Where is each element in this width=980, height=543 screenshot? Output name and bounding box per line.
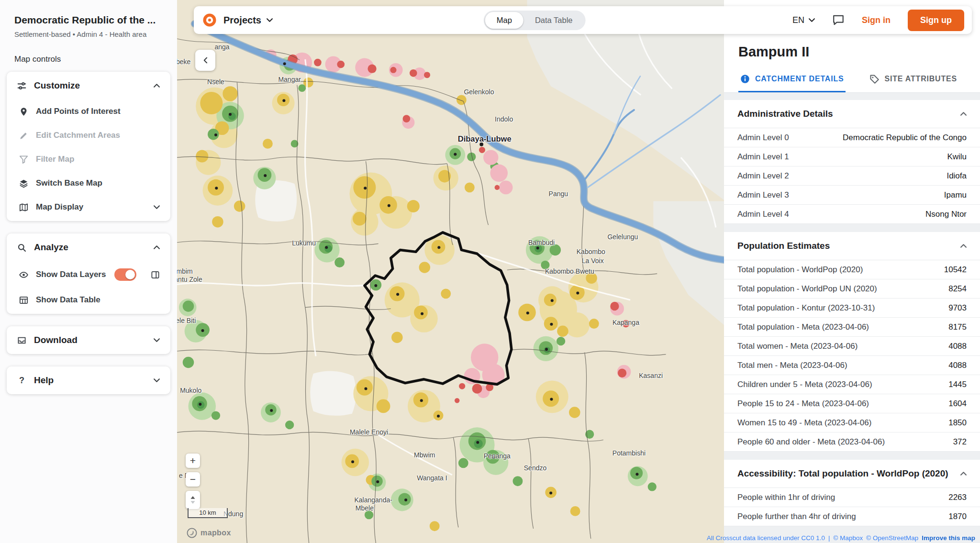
item-label: Edit Catchment Areas	[36, 131, 120, 140]
detail-key: Admin Level 4	[737, 210, 789, 219]
projects-menu[interactable]: Projects	[223, 15, 273, 26]
detail-row: Women 15 to 49 - Meta (2023-04-06) 1850	[724, 413, 980, 432]
chevron-down-icon	[154, 338, 160, 342]
download-icon	[17, 336, 26, 345]
sidebar-item-map-display[interactable]: Map Display	[7, 195, 170, 219]
sign-up-button[interactable]: Sign up	[908, 10, 964, 31]
mapbox-attribution-link[interactable]: © Mapbox	[833, 534, 863, 542]
info-icon	[740, 74, 750, 84]
download-card: Download	[7, 326, 170, 354]
tag-icon	[869, 74, 879, 84]
detail-value: 9703	[948, 303, 967, 313]
detail-key: People within 1hr of driving	[737, 493, 835, 502]
detail-value: 372	[953, 437, 967, 447]
detail-row: Admin Level 3 Ipamu	[724, 186, 980, 205]
mapbox-icon	[187, 528, 197, 538]
detail-value: 8254	[948, 284, 967, 294]
tab-label: SITE ATTRIBUTES	[884, 75, 957, 83]
administrative-details-header[interactable]: Administrative Details	[724, 100, 980, 128]
sidebar-item-show-data-layers[interactable]: Show Data Layers	[7, 261, 170, 288]
project-title: Democratic Republic of the ...	[0, 0, 177, 26]
detail-row: Admin Level 1 Kwilu	[724, 147, 980, 166]
detail-key: Admin Level 0	[737, 133, 789, 143]
detail-key: Total men - Meta (2023-04-06)	[737, 361, 847, 370]
item-label: Switch Base Map	[36, 178, 102, 188]
tab-label: CATCHMENT DETAILS	[755, 75, 844, 83]
help-header[interactable]: ? Help	[7, 366, 170, 394]
language-label: EN	[792, 15, 804, 25]
chevron-up-icon	[960, 244, 967, 248]
data-layers-toggle[interactable]	[114, 268, 136, 281]
customize-title: Customize	[34, 80, 80, 91]
detail-value: 2263	[948, 493, 967, 502]
analyze-header[interactable]: Analyze	[7, 233, 170, 261]
administrative-details-rows: Admin Level 0 Democratic Republic of the…	[724, 128, 980, 224]
detail-row: Children under 5 - Meta (2023-04-06) 144…	[724, 375, 980, 394]
chevron-down-icon	[809, 18, 815, 22]
section-administrative-details: Administrative Details Admin Level 0 Dem…	[724, 100, 980, 224]
mapbox-wordmark: mapbox	[200, 529, 231, 537]
sign-in-button[interactable]: Sign in	[862, 15, 891, 25]
detail-key: Total women - Meta (2023-04-06)	[737, 342, 858, 351]
language-selector[interactable]: EN	[792, 15, 815, 25]
detail-key: People 60 and older - Meta (2023-04-06)	[737, 437, 885, 447]
analyze-title: Analyze	[34, 242, 68, 253]
detail-key: People 15 to 24 - Meta (2023-04-06)	[737, 399, 869, 409]
view-toggle: Map Data Table	[484, 11, 586, 30]
sidebar-item-switch-base-map[interactable]: Switch Base Map	[7, 171, 170, 195]
detail-row: Total population - WorldPop (2020) 10542	[724, 260, 980, 279]
detail-row: Total population - Meta (2023-04-06) 817…	[724, 318, 980, 337]
panel-body: Administrative Details Admin Level 0 Dem…	[724, 93, 980, 543]
section-title: Accessibility: Total population - WorldP…	[737, 468, 948, 479]
app-logo[interactable]	[202, 13, 217, 27]
projects-label: Projects	[223, 15, 261, 26]
chat-icon[interactable]	[832, 14, 845, 26]
item-label: Add Points of Interest	[36, 107, 121, 116]
detail-value: 1870	[948, 512, 967, 521]
view-option-map[interactable]: Map	[485, 12, 523, 29]
map-canvas[interactable]: anga beke Nsele Mangar Gelenkolo Indolo …	[177, 0, 724, 543]
section-title: Administrative Details	[737, 109, 833, 119]
open-panel-icon[interactable]	[151, 270, 160, 279]
map-scale-bar: 10 km	[188, 508, 228, 518]
filter-icon	[19, 155, 28, 164]
tab-site-attributes[interactable]: SITE ATTRIBUTES	[868, 67, 959, 92]
zoom-out-button[interactable]: −	[186, 472, 200, 487]
tune-icon	[17, 81, 26, 90]
chevron-down-icon	[154, 205, 160, 209]
detail-key: Total population - WorldPop UN (2020)	[737, 284, 877, 294]
detail-value: 1850	[948, 418, 967, 428]
sidebar: Democratic Republic of the ... Settlemen…	[0, 0, 177, 543]
view-option-data-table[interactable]: Data Table	[523, 12, 584, 29]
population-estimates-header[interactable]: Population Estimates	[724, 232, 980, 260]
customize-header[interactable]: Customize	[7, 72, 170, 100]
tab-catchment-details[interactable]: CATCHMENT DETAILS	[738, 67, 846, 92]
mapbox-logo[interactable]: mapbox	[187, 528, 231, 538]
improve-map-link[interactable]: Improve this map	[922, 534, 975, 542]
pitch-up-icon	[190, 496, 196, 504]
download-header[interactable]: Download	[7, 326, 170, 354]
detail-key: Total population - Kontur (2023-10-31)	[737, 303, 875, 313]
customize-card: Customize Add Points of Interest Edit Ca…	[7, 72, 170, 221]
detail-value: Kwilu	[947, 152, 967, 162]
download-title: Download	[34, 335, 78, 345]
collapse-sidebar-button[interactable]	[195, 50, 215, 71]
catchment-title: Bampum II	[738, 44, 980, 60]
chevron-up-icon	[154, 84, 160, 88]
sidebar-item-show-data-table[interactable]: Show Data Table	[7, 288, 170, 312]
compass-control[interactable]	[186, 491, 200, 509]
detail-row: Total men - Meta (2023-04-06) 4088	[724, 356, 980, 375]
chevron-down-icon	[154, 378, 160, 382]
map-attribution: All Crosscut data licensed under CC0 1.0…	[707, 534, 975, 542]
detail-value: Ipamu	[944, 190, 967, 200]
accessibility-header[interactable]: Accessibility: Total population - WorldP…	[724, 460, 980, 488]
detail-value: 1445	[948, 380, 967, 389]
sidebar-item-edit-catchment-areas[interactable]: Edit Catchment Areas	[7, 123, 170, 147]
detail-row: Total women - Meta (2023-04-06) 4088	[724, 337, 980, 356]
sidebar-item-filter-map[interactable]: Filter Map	[7, 147, 170, 171]
map-image	[177, 0, 724, 543]
crosscut-license-link[interactable]: All Crosscut data licensed under CC0 1.0	[707, 534, 825, 542]
sidebar-item-add-points-of-interest[interactable]: Add Points of Interest	[7, 100, 170, 123]
zoom-in-button[interactable]: +	[186, 454, 200, 468]
osm-attribution-link[interactable]: © OpenStreetMap	[866, 534, 918, 542]
